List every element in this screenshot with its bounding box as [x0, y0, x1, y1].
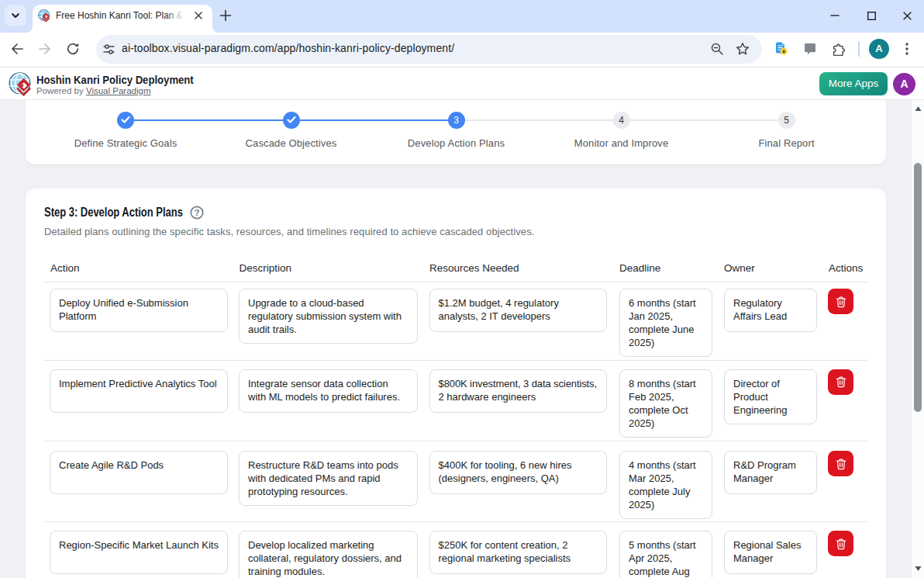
svg-text:?: ? [195, 208, 200, 217]
